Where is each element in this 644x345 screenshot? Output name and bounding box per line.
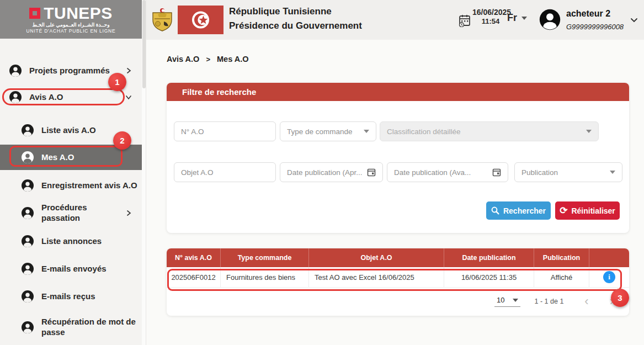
chevron-right-icon	[125, 210, 132, 216]
classification-value: Classification détaillée	[387, 128, 583, 136]
calendar-icon[interactable]	[367, 168, 376, 177]
user-id: G9999999996008	[566, 23, 624, 31]
sidebar-scrollbar[interactable]	[142, 0, 146, 345]
date-publication-avant-input[interactable]: Date publication (Ava...	[387, 162, 508, 182]
rechercher-label: Rechercher	[503, 206, 546, 215]
type-commande-select[interactable]: Type de commande	[280, 121, 376, 141]
sidebar-item-label: Avis A.O	[29, 92, 118, 103]
cell-type-commande: Fournitures des biens	[221, 267, 309, 287]
sidebar-item-mes-ao[interactable]: Mes A.O	[0, 145, 142, 170]
sidebar-item-enregistrement-avis-ao[interactable]: Enregistrement avis A.O	[0, 174, 142, 197]
results-table: N° avis A.O Type commande Objet A.O Date…	[167, 248, 629, 316]
table-pagination: 10 1 - 1 de 1 ‹ ›	[167, 288, 629, 315]
breadcrumb: Avis A.O > Mes A.O	[167, 55, 249, 63]
rechercher-button[interactable]: Rechercher	[486, 201, 551, 220]
account-icon	[21, 179, 34, 192]
caret-down-icon	[364, 130, 369, 133]
tunisia-coat-of-arms	[151, 8, 174, 33]
logo-subtitle-arabic: وحــدة الشــراء العــمومي على الخـط	[33, 22, 110, 28]
breadcrumb-mes-ao[interactable]: Mes A.O	[217, 55, 248, 63]
sidebar-item-label: Enregistrement avis A.O	[41, 181, 142, 191]
tuneps-logo-icon	[29, 8, 40, 19]
reinitialiser-label: Réinitialiser	[571, 206, 615, 215]
sidebar-item-emails-envoyes[interactable]: E-mails envoyés	[0, 258, 142, 280]
calendar-clock-icon	[459, 14, 471, 27]
cell-publication: Affiché	[534, 267, 589, 287]
date-publication-apres-input[interactable]: Date publication (Apr...	[280, 162, 383, 182]
col-num-avis-ao: N° avis A.O	[167, 248, 221, 267]
reinitialiser-button[interactable]: ⟳ Réinitialiser	[555, 201, 620, 220]
pagination-next-button[interactable]: ›	[606, 295, 617, 307]
search-icon	[491, 206, 499, 215]
num-ao-input[interactable]	[174, 121, 276, 141]
sidebar-item-liste-avis-ao[interactable]: Liste avis A.O	[0, 119, 142, 141]
account-icon	[9, 64, 22, 77]
header-datetime: 16/06/2025 11:54	[472, 8, 509, 25]
pagination-prev-button[interactable]: ‹	[581, 295, 592, 307]
language-label: Fr	[507, 12, 517, 24]
logo-title: TUNEPS	[44, 5, 113, 22]
cell-num-avis: 202506F0012	[167, 267, 221, 287]
table-row[interactable]: 202506F0012 Fournitures des biens Test A…	[167, 267, 629, 288]
account-icon	[9, 91, 22, 104]
pagination-range-label: 1 - 1 de 1	[535, 298, 564, 305]
sidebar: TUNEPS وحــدة الشــراء العــمومي على الخ…	[0, 0, 142, 345]
sidebar-item-label: E-mails envoyés	[41, 264, 142, 274]
date-apres-value: Date publication (Apr...	[287, 168, 364, 177]
breadcrumb-avis-ao[interactable]: Avis A.O	[167, 55, 199, 63]
refresh-icon: ⟳	[560, 206, 567, 215]
header-time: 11:54	[472, 17, 509, 25]
account-icon	[21, 124, 34, 137]
tuneps-logo[interactable]: TUNEPS وحــدة الشــراء العــمومي على الخ…	[0, 0, 142, 39]
calendar-icon[interactable]	[492, 168, 501, 177]
publication-value: Publication	[521, 168, 606, 177]
sidebar-item-label: Liste avis A.O	[41, 125, 142, 136]
publication-select[interactable]: Publication	[514, 162, 622, 182]
caret-down-icon	[521, 17, 527, 20]
cell-objet: Test AO avec Excel 16/06/2025	[309, 267, 444, 287]
header-date: 16/06/2025	[472, 8, 509, 17]
sidebar-item-label: Récupération de mot de passe	[41, 317, 138, 338]
sidebar-item-liste-annonces[interactable]: Liste annonces	[0, 230, 142, 252]
sidebar-item-label: Projets programmés	[29, 66, 118, 76]
sidebar-item-label: Procédures passation	[41, 203, 118, 224]
sidebar-item-label: Mes A.O	[41, 152, 142, 163]
account-icon	[21, 321, 34, 334]
cell-date-publication: 16/06/2025 11:35	[444, 267, 534, 287]
org-title-line2: Présidence du Gouvernement	[229, 20, 362, 31]
user-info[interactable]: acheteur 2 G9999999996008	[566, 9, 624, 31]
language-selector[interactable]: Fr	[507, 12, 527, 24]
page-size-value: 10	[497, 296, 504, 304]
date-avant-value: Date publication (Ava...	[394, 168, 489, 177]
sidebar-item-emails-recus[interactable]: E-mails reçus	[0, 285, 142, 307]
search-filter-panel: Filtre de recherche Type de commande Cla…	[167, 83, 629, 233]
sidebar-item-procedures-passation[interactable]: Procédures passation	[0, 202, 142, 224]
sidebar-item-projets-programmes[interactable]: Projets programmés	[0, 60, 142, 82]
col-publication: Publication	[534, 248, 589, 267]
account-icon	[21, 290, 34, 303]
objet-ao-input[interactable]	[174, 162, 276, 182]
info-button[interactable]: i	[603, 271, 615, 283]
user-name: acheteur 2	[566, 9, 624, 19]
sidebar-item-avis-ao[interactable]: Avis A.O	[0, 86, 142, 108]
caret-down-icon	[513, 299, 518, 302]
table-header-row: N° avis A.O Type commande Objet A.O Date…	[167, 248, 629, 267]
filter-panel-title: Filtre de recherche	[167, 83, 629, 101]
account-icon	[21, 262, 34, 275]
user-avatar[interactable]	[539, 9, 561, 30]
sidebar-item-recuperation-mot-de-passe[interactable]: Récupération de mot de passe	[0, 312, 142, 342]
caret-down-icon	[586, 130, 592, 133]
col-date-publication: Date publication	[444, 248, 534, 267]
org-title-line1: République Tunisienne	[229, 6, 362, 17]
page-size-select[interactable]: 10	[494, 296, 520, 307]
type-commande-value: Type de commande	[287, 128, 360, 136]
user-menu-chevron-icon[interactable]	[630, 15, 638, 24]
breadcrumb-separator: >	[206, 55, 210, 63]
tunisia-flag	[178, 6, 223, 34]
account-icon	[21, 235, 34, 248]
col-objet-ao: Objet A.O	[309, 248, 444, 267]
account-icon	[21, 151, 34, 164]
main-header: République Tunisienne Présidence du Gouv…	[146, 0, 644, 40]
classification-select: Classification détaillée	[380, 121, 599, 141]
sidebar-scrollbar-thumb[interactable]	[142, 0, 146, 88]
